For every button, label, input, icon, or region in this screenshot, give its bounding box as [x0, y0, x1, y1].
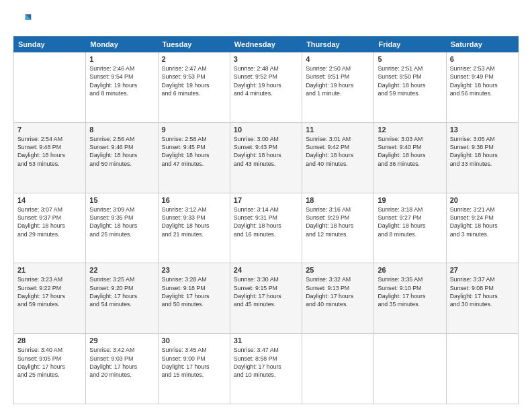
day-info: Sunrise: 3:01 AM Sunset: 9:42 PM Dayligh…: [306, 135, 370, 168]
day-number: 31: [234, 336, 298, 345]
calendar-cell: 15Sunrise: 3:09 AM Sunset: 9:35 PM Dayli…: [86, 193, 158, 263]
calendar-cell: [446, 334, 518, 404]
calendar-cell: 21Sunrise: 3:23 AM Sunset: 9:22 PM Dayli…: [14, 263, 86, 334]
calendar-cell: 14Sunrise: 3:07 AM Sunset: 9:37 PM Dayli…: [14, 193, 86, 263]
calendar-day-header: Tuesday: [158, 37, 230, 52]
calendar-cell: 7Sunrise: 2:54 AM Sunset: 9:48 PM Daylig…: [14, 122, 86, 193]
day-number: 23: [162, 266, 226, 274]
calendar-cell: 18Sunrise: 3:16 AM Sunset: 9:29 PM Dayli…: [302, 193, 374, 263]
calendar-cell: 28Sunrise: 3:40 AM Sunset: 9:05 PM Dayli…: [14, 334, 86, 404]
day-info: Sunrise: 3:30 AM Sunset: 9:15 PM Dayligh…: [234, 275, 298, 308]
day-info: Sunrise: 3:45 AM Sunset: 9:00 PM Dayligh…: [162, 346, 226, 379]
calendar-day-header: Thursday: [302, 37, 374, 52]
calendar-cell: 31Sunrise: 3:47 AM Sunset: 8:58 PM Dayli…: [230, 334, 302, 404]
calendar-day-header: Saturday: [446, 37, 518, 52]
day-info: Sunrise: 3:25 AM Sunset: 9:20 PM Dayligh…: [89, 275, 154, 308]
calendar-cell: 17Sunrise: 3:14 AM Sunset: 9:31 PM Dayli…: [230, 193, 302, 263]
day-number: 18: [306, 196, 370, 204]
calendar-week-row: 7Sunrise: 2:54 AM Sunset: 9:48 PM Daylig…: [14, 122, 519, 193]
day-info: Sunrise: 2:50 AM Sunset: 9:51 PM Dayligh…: [306, 64, 370, 97]
day-info: Sunrise: 3:28 AM Sunset: 9:18 PM Dayligh…: [162, 275, 226, 308]
day-info: Sunrise: 3:32 AM Sunset: 9:13 PM Dayligh…: [306, 275, 370, 308]
day-info: Sunrise: 3:14 AM Sunset: 9:31 PM Dayligh…: [234, 205, 298, 238]
day-number: 5: [378, 55, 442, 63]
day-info: Sunrise: 3:12 AM Sunset: 9:33 PM Dayligh…: [162, 205, 226, 238]
day-number: 25: [306, 266, 370, 274]
calendar-cell: 27Sunrise: 3:37 AM Sunset: 9:08 PM Dayli…: [446, 263, 518, 334]
day-info: Sunrise: 2:47 AM Sunset: 9:53 PM Dayligh…: [162, 64, 226, 97]
day-number: 19: [378, 196, 442, 204]
day-info: Sunrise: 3:21 AM Sunset: 9:24 PM Dayligh…: [450, 205, 515, 238]
page: SundayMondayTuesdayWednesdayThursdayFrid…: [0, 0, 532, 411]
day-number: 30: [162, 336, 226, 345]
calendar-week-row: 28Sunrise: 3:40 AM Sunset: 9:05 PM Dayli…: [14, 334, 519, 404]
calendar-cell: 2Sunrise: 2:47 AM Sunset: 9:53 PM Daylig…: [158, 52, 230, 123]
day-info: Sunrise: 3:05 AM Sunset: 9:38 PM Dayligh…: [450, 135, 515, 168]
day-number: 4: [306, 55, 370, 63]
day-number: 17: [234, 196, 298, 204]
calendar-cell: 13Sunrise: 3:05 AM Sunset: 9:38 PM Dayli…: [446, 122, 518, 193]
calendar-header-row: SundayMondayTuesdayWednesdayThursdayFrid…: [14, 37, 519, 52]
calendar-cell: [374, 334, 446, 404]
header: [13, 11, 519, 30]
day-info: Sunrise: 3:40 AM Sunset: 9:05 PM Dayligh…: [17, 346, 82, 379]
calendar-cell: 6Sunrise: 2:53 AM Sunset: 9:49 PM Daylig…: [446, 52, 518, 123]
day-number: 27: [450, 266, 515, 274]
day-info: Sunrise: 3:35 AM Sunset: 9:10 PM Dayligh…: [378, 275, 442, 308]
day-info: Sunrise: 2:58 AM Sunset: 9:45 PM Dayligh…: [162, 135, 226, 168]
day-info: Sunrise: 2:56 AM Sunset: 9:46 PM Dayligh…: [89, 135, 154, 168]
day-number: 3: [234, 55, 298, 63]
day-info: Sunrise: 3:00 AM Sunset: 9:43 PM Dayligh…: [234, 135, 298, 168]
calendar-day-header: Friday: [374, 37, 446, 52]
day-info: Sunrise: 2:46 AM Sunset: 9:54 PM Dayligh…: [89, 64, 154, 97]
day-number: 11: [306, 126, 370, 134]
day-number: 26: [378, 266, 442, 274]
calendar-cell: 19Sunrise: 3:18 AM Sunset: 9:27 PM Dayli…: [374, 193, 446, 263]
calendar-cell: 11Sunrise: 3:01 AM Sunset: 9:42 PM Dayli…: [302, 122, 374, 193]
day-info: Sunrise: 3:37 AM Sunset: 9:08 PM Dayligh…: [450, 275, 515, 308]
calendar-cell: 12Sunrise: 3:03 AM Sunset: 9:40 PM Dayli…: [374, 122, 446, 193]
calendar-cell: 23Sunrise: 3:28 AM Sunset: 9:18 PM Dayli…: [158, 263, 230, 334]
calendar-cell: 9Sunrise: 2:58 AM Sunset: 9:45 PM Daylig…: [158, 122, 230, 193]
calendar-cell: 4Sunrise: 2:50 AM Sunset: 9:51 PM Daylig…: [302, 52, 374, 123]
calendar-cell: 16Sunrise: 3:12 AM Sunset: 9:33 PM Dayli…: [158, 193, 230, 263]
day-number: 29: [89, 336, 154, 345]
day-info: Sunrise: 2:48 AM Sunset: 9:52 PM Dayligh…: [234, 64, 298, 97]
calendar-cell: 3Sunrise: 2:48 AM Sunset: 9:52 PM Daylig…: [230, 52, 302, 123]
day-number: 21: [17, 266, 82, 274]
day-info: Sunrise: 2:51 AM Sunset: 9:50 PM Dayligh…: [378, 64, 442, 97]
calendar-cell: [14, 52, 86, 123]
calendar-cell: 29Sunrise: 3:42 AM Sunset: 9:03 PM Dayli…: [86, 334, 158, 404]
day-number: 14: [17, 196, 82, 204]
calendar-week-row: 1Sunrise: 2:46 AM Sunset: 9:54 PM Daylig…: [14, 52, 519, 123]
day-number: 9: [162, 126, 226, 134]
calendar-cell: 30Sunrise: 3:45 AM Sunset: 9:00 PM Dayli…: [158, 334, 230, 404]
day-number: 10: [234, 126, 298, 134]
day-info: Sunrise: 3:16 AM Sunset: 9:29 PM Dayligh…: [306, 205, 370, 238]
day-info: Sunrise: 3:03 AM Sunset: 9:40 PM Dayligh…: [378, 135, 442, 168]
calendar-cell: 24Sunrise: 3:30 AM Sunset: 9:15 PM Dayli…: [230, 263, 302, 334]
calendar-table: SundayMondayTuesdayWednesdayThursdayFrid…: [13, 36, 519, 404]
day-number: 6: [450, 55, 515, 63]
calendar-cell: 5Sunrise: 2:51 AM Sunset: 9:50 PM Daylig…: [374, 52, 446, 123]
day-number: 12: [378, 126, 442, 134]
calendar-cell: 25Sunrise: 3:32 AM Sunset: 9:13 PM Dayli…: [302, 263, 374, 334]
day-number: 1: [89, 55, 154, 63]
day-number: 16: [162, 196, 226, 204]
calendar-week-row: 21Sunrise: 3:23 AM Sunset: 9:22 PM Dayli…: [14, 263, 519, 334]
day-info: Sunrise: 3:09 AM Sunset: 9:35 PM Dayligh…: [89, 205, 154, 238]
day-number: 15: [89, 196, 154, 204]
day-info: Sunrise: 3:47 AM Sunset: 8:58 PM Dayligh…: [234, 346, 298, 379]
day-number: 7: [17, 126, 82, 134]
calendar-cell: 20Sunrise: 3:21 AM Sunset: 9:24 PM Dayli…: [446, 193, 518, 263]
day-info: Sunrise: 2:54 AM Sunset: 9:48 PM Dayligh…: [17, 135, 82, 168]
day-info: Sunrise: 3:07 AM Sunset: 9:37 PM Dayligh…: [17, 205, 82, 238]
calendar-day-header: Wednesday: [230, 37, 302, 52]
day-number: 24: [234, 266, 298, 274]
calendar-day-header: Monday: [86, 37, 158, 52]
day-number: 8: [89, 126, 154, 134]
day-number: 22: [89, 266, 154, 274]
day-number: 20: [450, 196, 515, 204]
logo: [13, 11, 35, 30]
day-info: Sunrise: 2:53 AM Sunset: 9:49 PM Dayligh…: [450, 64, 515, 97]
